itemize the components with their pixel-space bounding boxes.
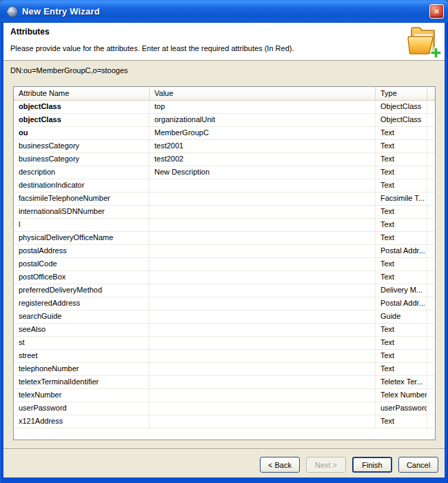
type-cell: Guide bbox=[376, 310, 427, 323]
row-filler bbox=[427, 310, 435, 323]
table-row[interactable]: ouMemberGroupCText bbox=[14, 127, 435, 140]
table-row[interactable]: telephoneNumberText bbox=[14, 363, 435, 376]
value-cell bbox=[150, 415, 376, 428]
type-cell: Text bbox=[376, 271, 427, 284]
attribute-name-cell: telexNumber bbox=[14, 389, 150, 402]
window: New Entry Wizard Attributes Please provi… bbox=[0, 0, 448, 483]
row-filler bbox=[427, 153, 435, 166]
table-row[interactable]: businessCategorytest2002Text bbox=[14, 153, 435, 166]
type-cell: Text bbox=[376, 350, 427, 362]
table-row[interactable]: internationaliSDNNumberText bbox=[14, 206, 435, 219]
row-filler bbox=[427, 376, 435, 388]
attribute-name-cell: destinationIndicator bbox=[14, 179, 150, 192]
table-row[interactable]: searchGuideGuide bbox=[14, 310, 435, 324]
value-cell bbox=[150, 206, 376, 218]
table-row[interactable]: stText bbox=[14, 337, 435, 350]
attribute-name-cell: userPassword bbox=[14, 402, 150, 415]
wizard-header: Attributes Please provide value for the … bbox=[3, 23, 445, 61]
table-body: objectClasstopObjectClassobjectClassorga… bbox=[14, 101, 435, 428]
dn-text: DN:ou=MemberGroupC,o=stooges bbox=[10, 66, 438, 75]
table-row[interactable]: objectClasstopObjectClass bbox=[14, 101, 435, 114]
attribute-name-cell: seeAlso bbox=[14, 324, 150, 336]
next-button[interactable]: Next > bbox=[306, 457, 346, 473]
table-row[interactable]: registeredAddressPostal Addr... bbox=[14, 297, 435, 310]
column-header-value[interactable]: Value bbox=[150, 87, 376, 100]
attribute-name-cell: businessCategory bbox=[14, 140, 150, 152]
value-cell bbox=[150, 337, 376, 349]
table-row[interactable]: lText bbox=[14, 219, 435, 232]
type-cell: Postal Addr... bbox=[376, 297, 427, 310]
table-row[interactable]: telexNumberTelex Number bbox=[14, 389, 435, 402]
type-cell: Text bbox=[376, 219, 427, 231]
value-cell bbox=[150, 376, 376, 388]
table-row[interactable]: x121AddressText bbox=[14, 415, 435, 428]
type-cell: Facsimile T... bbox=[376, 193, 427, 205]
value-cell bbox=[150, 258, 376, 270]
value-cell: test2001 bbox=[150, 140, 376, 152]
table-row[interactable]: descriptionNew DescriptionText bbox=[14, 166, 435, 179]
row-filler bbox=[427, 193, 435, 205]
attribute-name-cell: l bbox=[14, 219, 150, 231]
window-title: New Entry Wizard bbox=[22, 6, 429, 17]
row-filler bbox=[427, 415, 435, 428]
type-cell: Text bbox=[376, 363, 427, 375]
attribute-name-cell: st bbox=[14, 337, 150, 349]
row-filler bbox=[427, 389, 435, 402]
value-cell bbox=[150, 284, 376, 297]
globe-sphere-icon bbox=[6, 6, 19, 18]
table-row[interactable]: postOfficeBoxText bbox=[14, 271, 435, 284]
button-bar: < Back Next > Finish Cancel bbox=[260, 457, 438, 473]
value-cell bbox=[150, 389, 376, 402]
row-filler bbox=[427, 219, 435, 231]
type-cell: Text bbox=[376, 166, 427, 179]
back-button[interactable]: < Back bbox=[260, 457, 300, 473]
attribute-name-cell: facsimileTelephoneNumber bbox=[14, 193, 150, 205]
table-row[interactable]: objectClassorganizationalUnitObjectClass bbox=[14, 114, 435, 127]
type-cell: Text bbox=[376, 179, 427, 192]
table-row[interactable]: postalCodeText bbox=[14, 258, 435, 271]
value-cell bbox=[150, 363, 376, 375]
type-cell: Text bbox=[376, 415, 427, 428]
button-separator bbox=[3, 448, 445, 450]
attribute-name-cell: postalCode bbox=[14, 258, 150, 270]
table-row[interactable]: streetText bbox=[14, 350, 435, 363]
attribute-name-cell: internationaliSDNNumber bbox=[14, 206, 150, 218]
row-filler bbox=[427, 245, 435, 257]
page-description: Please provide value for the attributes.… bbox=[10, 44, 294, 52]
attribute-name-cell: ou bbox=[14, 127, 150, 139]
attribute-name-cell: x121Address bbox=[14, 415, 150, 428]
column-header-type[interactable]: Type bbox=[376, 87, 427, 100]
new-entry-folder-plus-icon bbox=[407, 24, 442, 60]
titlebar[interactable]: New Entry Wizard bbox=[0, 0, 448, 23]
row-filler bbox=[427, 337, 435, 349]
type-cell: Telex Number bbox=[376, 389, 427, 402]
cancel-button[interactable]: Cancel bbox=[398, 457, 438, 473]
table-row[interactable]: teletexTerminalIdentifierTeletex Ter... bbox=[14, 376, 435, 389]
attribute-name-cell: teletexTerminalIdentifier bbox=[14, 376, 150, 388]
attribute-name-cell: postOfficeBox bbox=[14, 271, 150, 284]
type-cell: ObjectClass bbox=[376, 101, 427, 113]
attributes-table[interactable]: Attribute Name Value Type objectClasstop… bbox=[13, 86, 436, 440]
attribute-name-cell: preferredDeliveryMethod bbox=[14, 284, 150, 297]
table-row[interactable]: userPassworduserPassword bbox=[14, 402, 435, 415]
table-row[interactable]: seeAlsoText bbox=[14, 324, 435, 337]
table-row[interactable]: businessCategorytest2001Text bbox=[14, 140, 435, 153]
value-cell bbox=[150, 297, 376, 310]
value-cell bbox=[150, 193, 376, 205]
attribute-name-cell: physicalDeliveryOfficeName bbox=[14, 232, 150, 244]
type-cell: Text bbox=[376, 324, 427, 336]
column-header-attribute-name[interactable]: Attribute Name bbox=[14, 87, 150, 100]
table-row[interactable]: preferredDeliveryMethodDelivery M... bbox=[14, 284, 435, 297]
attribute-name-cell: postalAddress bbox=[14, 245, 150, 257]
finish-button[interactable]: Finish bbox=[352, 457, 392, 473]
value-cell bbox=[150, 310, 376, 323]
table-row[interactable]: destinationIndicatorText bbox=[14, 179, 435, 193]
type-cell: Postal Addr... bbox=[376, 245, 427, 257]
table-row[interactable]: postalAddressPostal Addr... bbox=[14, 245, 435, 258]
close-button[interactable] bbox=[429, 4, 444, 19]
value-cell bbox=[150, 245, 376, 257]
table-row[interactable]: physicalDeliveryOfficeNameText bbox=[14, 232, 435, 245]
close-icon bbox=[434, 8, 439, 15]
column-header-filler bbox=[427, 87, 435, 100]
table-row[interactable]: facsimileTelephoneNumberFacsimile T... bbox=[14, 193, 435, 206]
